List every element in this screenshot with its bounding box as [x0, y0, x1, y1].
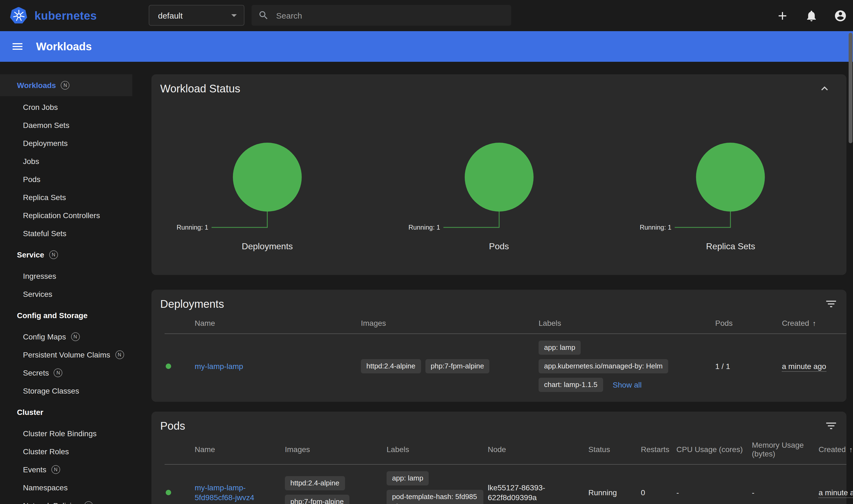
- column-header-labels[interactable]: Labels: [538, 313, 715, 334]
- main-content: Workload Status Running: 1 Deployments R…: [142, 62, 853, 504]
- page-header-bar: Workloads: [0, 31, 853, 62]
- callout-label: Running: 1: [640, 223, 672, 231]
- deployment-name-link[interactable]: my-lamp-lamp: [195, 362, 243, 371]
- label-chip: chart: lamp-1.1.5: [538, 378, 603, 392]
- sidebar-item-storage-classes[interactable]: Storage Classes: [0, 381, 142, 400]
- show-all-link[interactable]: Show all: [613, 380, 642, 389]
- pod-restarts: 0: [641, 464, 676, 504]
- callout-label: Running: 1: [408, 223, 440, 231]
- dropdown-caret-icon: [231, 14, 237, 17]
- column-header-memory-usage-bytes[interactable]: Memory Usage (bytes): [752, 435, 819, 464]
- account-button[interactable]: [834, 9, 847, 22]
- column-header-restarts[interactable]: Restarts: [641, 435, 676, 464]
- namespaced-badge: N: [71, 332, 79, 341]
- sidebar-item-label: Cluster: [17, 408, 43, 416]
- sidebar-item-config-maps[interactable]: Config Maps N: [0, 327, 142, 345]
- sidebar-item-label: Jobs: [23, 157, 39, 165]
- sidebar-item-namespaces[interactable]: Namespaces: [0, 478, 142, 496]
- brand-name: kubernetes: [34, 9, 97, 22]
- image-chip: httpd:2.4-alpine: [285, 476, 345, 490]
- sidebar-item-label: Ingresses: [23, 271, 56, 280]
- sidebar-item-services[interactable]: Services: [0, 285, 142, 303]
- sidebar-item-label: Persistent Volume Claims: [23, 350, 110, 359]
- namespace-value: default: [158, 11, 183, 20]
- sidebar-item-persistent-volume-claims[interactable]: Persistent Volume Claims N: [0, 345, 142, 363]
- chart-title: Pods: [489, 241, 509, 251]
- sidebar-item-label: Daemon Sets: [23, 121, 69, 129]
- workload-status-title: Workload Status: [160, 82, 240, 95]
- status-running-dot: [166, 363, 171, 369]
- collapse-card-button[interactable]: [818, 82, 831, 95]
- top-app-bar: kubernetes default: [0, 0, 853, 31]
- sidebar-item-label: Services: [23, 289, 52, 298]
- pod-status: Running: [588, 464, 641, 504]
- sidebar-item-cluster-role-bindings[interactable]: Cluster Role Bindings: [0, 424, 142, 442]
- status-column-header: [164, 313, 195, 334]
- sidebar-item-pods[interactable]: Pods: [0, 170, 142, 188]
- deployments-header-row: NameImagesLabelsPodsCreated↑: [164, 313, 847, 334]
- sidebar-item-workloads[interactable]: Workloads N: [0, 74, 132, 96]
- sidebar-item-service[interactable]: Service N: [0, 246, 142, 264]
- column-header-cpu-usage-cores[interactable]: CPU Usage (cores): [676, 435, 752, 464]
- sidebar-item-ingresses[interactable]: Ingresses: [0, 267, 142, 285]
- sidebar-item-label: Workloads: [17, 81, 56, 90]
- scrollbar-thumb[interactable]: [849, 33, 852, 143]
- pie-slice-running: [464, 143, 533, 212]
- sidebar-item-daemon-sets[interactable]: Daemon Sets: [0, 116, 142, 134]
- brand-home-link[interactable]: kubernetes: [10, 0, 97, 31]
- sidebar-item-jobs[interactable]: Jobs: [0, 152, 142, 170]
- sidebar-item-replica-sets[interactable]: Replica Sets: [0, 188, 142, 206]
- sidebar-item-secrets[interactable]: Secrets N: [0, 363, 142, 381]
- namespaced-badge: N: [85, 501, 93, 504]
- column-header-labels[interactable]: Labels: [387, 435, 488, 464]
- filter-button[interactable]: [824, 419, 838, 432]
- chart-title: Replica Sets: [706, 241, 756, 251]
- notifications-button[interactable]: [805, 9, 818, 22]
- filter-button[interactable]: [824, 298, 838, 310]
- pod-name-link[interactable]: my-lamp-lamp-5fd985cf68-jwvz4: [195, 483, 254, 502]
- callout-label: Running: 1: [177, 223, 208, 231]
- topbar-actions: [776, 0, 847, 31]
- sidebar-item-stateful-sets[interactable]: Stateful Sets: [0, 224, 142, 242]
- sidebar-item-deployments[interactable]: Deployments: [0, 134, 142, 152]
- chevron-up-icon: [818, 82, 831, 95]
- column-header-node[interactable]: Node: [488, 435, 588, 464]
- menu-button[interactable]: [11, 40, 24, 53]
- sidebar-item-replication-controllers[interactable]: Replication Controllers: [0, 206, 142, 224]
- column-header-created[interactable]: Created↑: [782, 313, 847, 334]
- sidebar-item-config-and-storage[interactable]: Config and Storage: [0, 306, 142, 324]
- sidebar-item-label: Pods: [23, 175, 40, 183]
- pie-chart: Running: 1: [383, 133, 615, 235]
- label-chip: app: lamp: [387, 471, 429, 485]
- sidebar-item-network-policies[interactable]: Network Policies N: [0, 496, 142, 504]
- sidebar-item-cluster[interactable]: Cluster: [0, 403, 142, 421]
- sidebar-item-events[interactable]: Events N: [0, 460, 142, 478]
- pod-row: my-lamp-lamp-5fd985cf68-jwvz4httpd:2.4-a…: [164, 464, 847, 504]
- label-chip: pod-template-hash: 5fd985cf68: [387, 490, 483, 504]
- kubernetes-dashboard: kubernetes default Workloads: [0, 0, 853, 504]
- search-input[interactable]: [276, 11, 505, 20]
- pods-header-row: NameImagesLabelsNodeStatusRestartsCPU Us…: [164, 435, 847, 464]
- deployments-title: Deployments: [160, 298, 224, 310]
- sidebar-item-label: Deployments: [23, 139, 68, 147]
- deployments-card: Deployments NameImagesLabelsPodsCreated↑…: [152, 290, 847, 402]
- column-header-created[interactable]: Created↑: [819, 435, 847, 464]
- column-header-images[interactable]: Images: [285, 435, 387, 464]
- column-header-name[interactable]: Name: [195, 435, 285, 464]
- column-header-pods[interactable]: Pods: [715, 313, 782, 334]
- pie-slice-running: [696, 143, 765, 212]
- column-header-status[interactable]: Status: [588, 435, 641, 464]
- workload-charts-row: Running: 1 Deployments Running: 1 Pods R…: [152, 133, 847, 251]
- sidebar-item-cron-jobs[interactable]: Cron Jobs: [0, 98, 142, 116]
- sidebar-item-cluster-roles[interactable]: Cluster Roles: [0, 442, 142, 460]
- image-chip: httpd:2.4-alpine: [361, 359, 421, 373]
- search-icon: [258, 10, 269, 21]
- create-resource-button[interactable]: [776, 9, 789, 22]
- column-header-name[interactable]: Name: [195, 313, 361, 334]
- sidebar-item-label: Namespaces: [23, 483, 68, 492]
- namespace-selector[interactable]: default: [149, 5, 244, 26]
- column-header-images[interactable]: Images: [361, 313, 538, 334]
- sidebar-item-label: Cron Jobs: [23, 103, 58, 111]
- sort-ascending-icon: ↑: [849, 446, 853, 454]
- sidebar-item-label: Replication Controllers: [23, 211, 100, 219]
